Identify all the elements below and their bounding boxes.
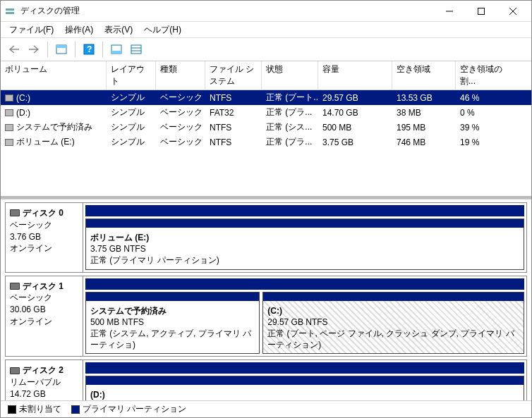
svg-rect-7 — [56, 45, 66, 48]
legend-primary: プライマリ パーティション — [71, 403, 186, 415]
svg-text:?: ? — [87, 44, 92, 54]
disk-icon — [10, 209, 20, 216]
menu-help[interactable]: ヘルプ(H) — [140, 23, 186, 37]
disk-row: ディスク 1ベーシック30.06 GBオンラインシステムで予約済み500 MB … — [5, 276, 527, 357]
disk-row: ディスク 2リムーバブル14.72 GBオンライン(D:)14.71 GB FA… — [5, 359, 527, 400]
titlebar: ディスクの管理 — [1, 1, 531, 22]
window-title: ディスクの管理 — [20, 5, 433, 17]
disk-icon — [10, 367, 20, 374]
volume-row[interactable]: (C:)シンプルベーシックNTFS正常 (ブート...29.57 GB13.53… — [1, 90, 531, 105]
volume-list-header: ボリューム レイアウト 種類 ファイル システム 状態 容量 空き領域 空き領域… — [1, 61, 531, 90]
disk-icon — [10, 283, 20, 290]
volume-row[interactable]: (D:)シンプルベーシックFAT32正常 (プラ...14.70 GB38 MB… — [1, 105, 531, 120]
svg-rect-0 — [6, 8, 14, 11]
volume-icon — [5, 109, 13, 116]
svg-rect-1 — [6, 12, 14, 14]
disk-info[interactable]: ディスク 1ベーシック30.06 GBオンライン — [6, 276, 83, 357]
volume-icon — [5, 139, 13, 146]
partition[interactable]: システムで予約済み500 MB NTFS正常 (システム, アクティブ, プライ… — [85, 292, 260, 355]
disk-info[interactable]: ディスク 2リムーバブル14.72 GBオンライン — [6, 360, 83, 400]
app-icon — [4, 5, 16, 18]
view-top-icon[interactable] — [52, 40, 71, 59]
legend: 未割り当て プライマリ パーティション — [1, 400, 531, 417]
col-status[interactable]: 状態 — [262, 61, 318, 90]
forward-button[interactable] — [25, 40, 43, 59]
menu-view[interactable]: 表示(V) — [100, 23, 137, 37]
view-bottom-icon[interactable] — [107, 40, 126, 59]
disk-graphic-section[interactable]: ディスク 0ベーシック3.76 GBオンラインボリューム (E:)3.75 GB… — [1, 199, 531, 400]
menu-file[interactable]: ファイル(F) — [5, 23, 58, 37]
back-button[interactable] — [5, 40, 23, 59]
volume-row[interactable]: システムで予約済みシンプルベーシックNTFS正常 (シス...500 MB195… — [1, 120, 531, 135]
col-pctfree[interactable]: 空き領域の割... — [456, 61, 519, 90]
partition[interactable]: (D:)14.71 GB FAT32正常 (プライマリ パーティション) — [85, 376, 524, 400]
col-type[interactable]: 種類 — [156, 61, 205, 90]
svg-rect-12 — [131, 45, 141, 54]
disk-info[interactable]: ディスク 0ベーシック3.76 GBオンライン — [6, 203, 83, 272]
col-volume[interactable]: ボリューム — [1, 61, 107, 90]
volume-icon — [5, 124, 13, 131]
volume-list-body[interactable]: (C:)シンプルベーシックNTFS正常 (ブート...29.57 GB13.53… — [1, 90, 531, 196]
col-capacity[interactable]: 容量 — [318, 61, 392, 90]
volume-list: ボリューム レイアウト 種類 ファイル システム 状態 容量 空き領域 空き領域… — [1, 61, 531, 199]
partition[interactable]: ボリューム (E:)3.75 GB NTFS正常 (プライマリ パーティション) — [85, 219, 524, 270]
volume-icon — [5, 94, 13, 102]
close-button[interactable] — [497, 1, 528, 21]
col-free[interactable]: 空き領域 — [392, 61, 456, 90]
view-list-icon[interactable] — [127, 40, 145, 59]
legend-unallocated: 未割り当て — [8, 403, 61, 415]
maximize-button[interactable] — [465, 1, 497, 21]
partition[interactable]: (C:)29.57 GB NTFS正常 (ブート, ページ ファイル, クラッシ… — [262, 292, 524, 355]
toolbar: ? — [1, 37, 531, 61]
col-layout[interactable]: レイアウト — [107, 61, 156, 90]
svg-rect-11 — [111, 51, 121, 54]
menu-action[interactable]: 操作(A) — [61, 23, 97, 37]
volume-row[interactable]: ボリューム (E:)シンプルベーシックNTFS正常 (プラ...3.75 GB7… — [1, 135, 531, 149]
menubar: ファイル(F) 操作(A) 表示(V) ヘルプ(H) — [1, 22, 531, 37]
minimize-button[interactable] — [433, 1, 465, 21]
disk-row: ディスク 0ベーシック3.76 GBオンラインボリューム (E:)3.75 GB… — [5, 202, 527, 273]
col-fs[interactable]: ファイル システム — [205, 61, 262, 90]
help-icon[interactable]: ? — [80, 40, 98, 59]
svg-rect-3 — [478, 8, 484, 14]
